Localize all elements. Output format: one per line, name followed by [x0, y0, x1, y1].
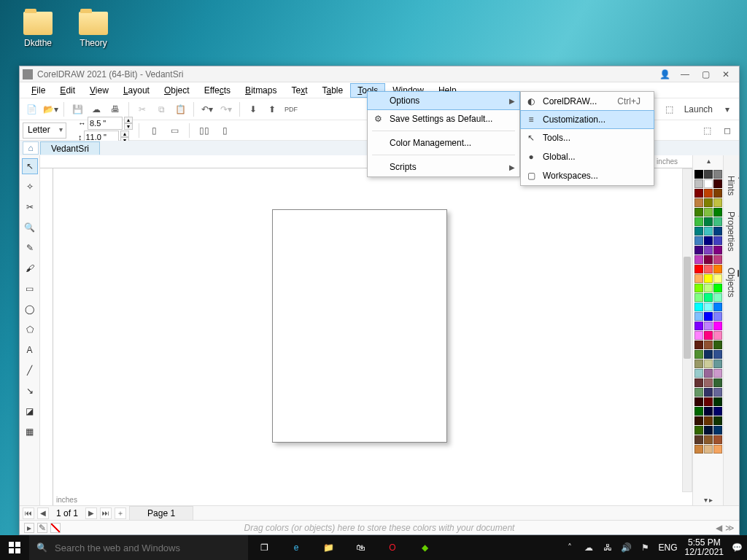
- color-swatch[interactable]: [694, 303, 703, 311]
- document-tab[interactable]: VedantSri: [40, 141, 100, 155]
- scrollbar-vertical[interactable]: [682, 168, 692, 492]
- tray-flag-icon[interactable]: ⚑: [640, 542, 651, 553]
- color-swatch[interactable]: [694, 189, 703, 198]
- canvas[interactable]: inches: [53, 168, 739, 505]
- tray-notifications-icon[interactable]: 💬: [731, 542, 743, 553]
- paper-size-combo[interactable]: Letter: [23, 122, 66, 139]
- page-tab-1[interactable]: Page 1: [129, 506, 193, 521]
- current-page-button[interactable]: ▯: [216, 122, 233, 139]
- import-button[interactable]: ⬇: [244, 101, 262, 118]
- color-swatch[interactable]: [704, 179, 713, 188]
- color-swatch[interactable]: [704, 435, 713, 444]
- menu-file[interactable]: File: [24, 83, 53, 98]
- start-button[interactable]: [0, 535, 29, 560]
- account-icon[interactable]: 👤: [654, 68, 675, 81]
- connector-tool[interactable]: ↘: [22, 383, 38, 399]
- options-global[interactable]: ●Global...: [521, 147, 654, 166]
- search-input[interactable]: [55, 542, 241, 553]
- color-swatch[interactable]: [704, 388, 713, 397]
- docker-objects[interactable]: ◧Objects: [724, 263, 739, 302]
- launch-button[interactable]: Launch: [680, 104, 717, 114]
- tools-save-settings[interactable]: ⚙Save Settings as Default...: [368, 109, 519, 128]
- color-swatch[interactable]: [713, 435, 722, 444]
- snap-button[interactable]: ⬚: [661, 101, 678, 118]
- color-swatch[interactable]: [713, 378, 722, 387]
- desktop-folder-dkdthe[interactable]: Dkdthe: [16, 12, 60, 48]
- color-swatch[interactable]: [713, 170, 722, 179]
- color-swatch[interactable]: [713, 303, 722, 311]
- transparency-tool[interactable]: ▦: [22, 424, 38, 440]
- tray-up-icon[interactable]: ˄: [564, 542, 576, 553]
- portrait-button[interactable]: ▯: [145, 122, 163, 139]
- color-swatch[interactable]: [713, 217, 722, 226]
- color-swatch[interactable]: [704, 208, 713, 217]
- copy-button[interactable]: ⧉: [152, 101, 170, 118]
- minimize-button[interactable]: —: [675, 68, 695, 81]
- color-swatch[interactable]: [713, 359, 722, 368]
- page-first[interactable]: ⏮: [23, 508, 34, 519]
- redo-button[interactable]: ↷▾: [217, 101, 235, 118]
- color-swatch[interactable]: [713, 189, 722, 198]
- color-swatch[interactable]: [704, 246, 713, 254]
- color-swatch[interactable]: [713, 236, 722, 245]
- color-swatch[interactable]: [694, 312, 703, 321]
- color-swatch[interactable]: [694, 378, 703, 387]
- page-next[interactable]: ▶: [85, 508, 97, 519]
- explorer-button[interactable]: 📁: [312, 535, 344, 560]
- no-fill-swatch[interactable]: [50, 523, 61, 533]
- color-swatch[interactable]: [704, 407, 713, 416]
- tray-network-icon[interactable]: 🖧: [602, 542, 614, 553]
- page-width-field[interactable]: ↔▴▾: [78, 117, 133, 130]
- color-swatch[interactable]: [704, 426, 713, 435]
- color-swatch[interactable]: [694, 265, 703, 273]
- text-tool[interactable]: A: [22, 342, 38, 358]
- welcome-tab[interactable]: ⌂: [23, 141, 39, 155]
- color-swatch[interactable]: [704, 293, 713, 302]
- doc-palette-left-icon[interactable]: ◀: [716, 523, 722, 533]
- app-green-button[interactable]: ◆: [409, 535, 441, 560]
- color-swatch[interactable]: [704, 303, 713, 311]
- color-swatch[interactable]: [704, 255, 713, 264]
- freehand-tool[interactable]: ✎: [22, 240, 38, 256]
- tools-options[interactable]: Options▶: [367, 91, 520, 110]
- color-swatch[interactable]: [713, 445, 722, 454]
- zoom-tool[interactable]: 🔍: [22, 219, 38, 236]
- color-swatch[interactable]: [694, 416, 703, 425]
- color-swatch[interactable]: [713, 350, 722, 359]
- color-swatch[interactable]: [694, 322, 703, 330]
- menu-edit[interactable]: Edit: [53, 83, 82, 98]
- color-swatch[interactable]: [694, 293, 703, 302]
- color-swatch[interactable]: [704, 284, 713, 292]
- color-swatch[interactable]: [694, 407, 703, 416]
- color-swatch[interactable]: [694, 426, 703, 435]
- doc-palette-eyedropper-icon[interactable]: ✎: [37, 523, 47, 533]
- menu-effects[interactable]: Effects: [197, 83, 238, 98]
- document-palette[interactable]: ▸ ✎ Drag colors (or objects) here to sto…: [20, 520, 739, 534]
- docker-properties[interactable]: ✦Properties: [724, 207, 739, 256]
- color-swatch[interactable]: [694, 227, 703, 236]
- color-swatch[interactable]: [694, 445, 703, 454]
- color-swatch[interactable]: [694, 217, 703, 226]
- tray-clock[interactable]: 5:55 PM 12/1/2021: [685, 538, 724, 557]
- color-swatch[interactable]: [713, 388, 722, 397]
- color-swatch[interactable]: [704, 331, 713, 340]
- close-button[interactable]: ✕: [716, 68, 736, 81]
- crop-tool[interactable]: ✂: [22, 199, 38, 215]
- publish-pdf-button[interactable]: PDF: [282, 101, 300, 118]
- color-swatch[interactable]: [694, 359, 703, 368]
- color-swatch[interactable]: [704, 265, 713, 273]
- taskbar-search[interactable]: 🔍: [29, 535, 248, 560]
- color-swatch[interactable]: [704, 341, 713, 349]
- undo-button[interactable]: ↶▾: [198, 101, 216, 118]
- taskview-button[interactable]: ❐: [248, 535, 280, 560]
- color-swatch[interactable]: [713, 416, 722, 425]
- color-swatch[interactable]: [713, 265, 722, 273]
- doc-palette-right-icon[interactable]: ≫: [725, 523, 735, 533]
- menu-bitmaps[interactable]: Bitmaps: [238, 83, 284, 98]
- page-prev[interactable]: ◀: [37, 508, 49, 519]
- color-swatch[interactable]: [704, 378, 713, 387]
- color-swatch[interactable]: [704, 170, 713, 179]
- page-last[interactable]: ⏭: [100, 508, 112, 519]
- color-swatch[interactable]: [713, 246, 722, 254]
- paste-button[interactable]: 📋: [171, 101, 189, 118]
